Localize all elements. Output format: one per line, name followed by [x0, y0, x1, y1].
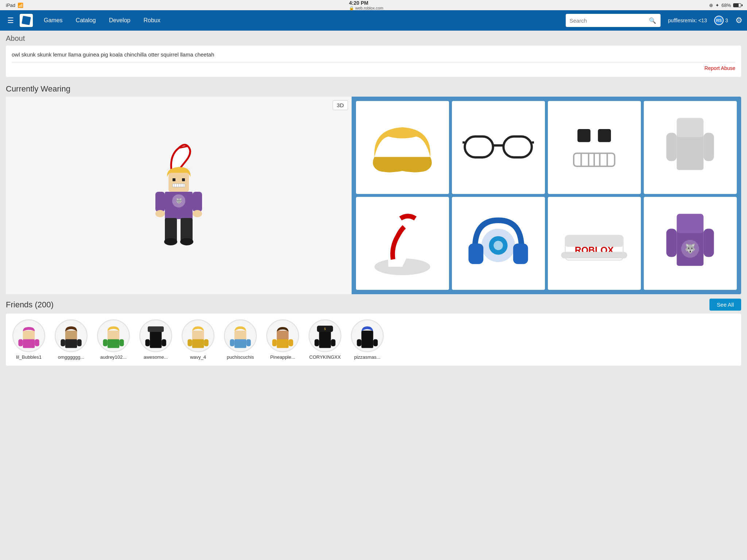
- item-headphones[interactable]: [452, 197, 545, 290]
- svg-rect-89: [272, 339, 276, 346]
- items-grid: ROBLOX 🐺: [356, 101, 737, 290]
- svg-point-17: [193, 210, 202, 217]
- glasses-img: [461, 110, 535, 185]
- svg-rect-51: [704, 229, 714, 257]
- friend-item[interactable]: wavy_4: [178, 319, 218, 360]
- page-content: About owl skunk skunk lemur llama guinea…: [0, 31, 747, 366]
- svg-rect-75: [148, 326, 164, 332]
- friend-item[interactable]: $ CORYKINGXX: [305, 319, 345, 360]
- svg-rect-2: [169, 173, 189, 192]
- item-glasses[interactable]: [452, 101, 545, 194]
- about-section: About owl skunk skunk lemur llama guinea…: [0, 31, 747, 81]
- bluetooth-icon: ✦: [715, 3, 719, 8]
- navbar: ☰ Games Catalog Develop Robux 🔍 pufflesr…: [0, 10, 747, 31]
- friends-title: Friends (200): [6, 300, 54, 310]
- svg-point-20: [164, 238, 177, 245]
- item-blonde-hair[interactable]: [356, 101, 449, 194]
- svg-rect-62: [65, 339, 77, 348]
- svg-rect-15: [193, 192, 202, 212]
- svg-rect-90: [289, 339, 293, 346]
- currently-wearing-title: Currently Wearing: [0, 81, 747, 97]
- svg-rect-93: [319, 339, 331, 348]
- svg-rect-79: [187, 339, 192, 346]
- svg-rect-35: [677, 133, 704, 170]
- roblox-cap-img: ROBLOX: [557, 206, 631, 281]
- friend-name: awesome...: [144, 354, 168, 360]
- airplay-icon: ⊕: [709, 3, 713, 8]
- svg-rect-72: [150, 339, 162, 348]
- svg-rect-57: [23, 339, 35, 348]
- svg-rect-92: [319, 331, 331, 341]
- svg-rect-63: [61, 339, 65, 346]
- svg-rect-83: [235, 339, 246, 348]
- search-container: 🔍: [566, 14, 661, 27]
- svg-text:🐺: 🐺: [685, 243, 696, 254]
- item-candy-cane-hat[interactable]: [356, 197, 449, 290]
- nav-links: Games Catalog Develop Robux: [37, 10, 167, 31]
- hamburger-menu-icon[interactable]: ☰: [4, 13, 17, 28]
- svg-point-21: [180, 238, 193, 245]
- svg-rect-64: [77, 339, 81, 346]
- svg-rect-88: [277, 339, 289, 348]
- svg-rect-50: [666, 229, 677, 257]
- report-abuse-link[interactable]: Report Abuse: [12, 65, 735, 71]
- search-button[interactable]: 🔍: [648, 17, 657, 24]
- svg-rect-66: [108, 331, 119, 341]
- friend-name: audrey102...: [100, 354, 127, 360]
- svg-rect-3: [173, 178, 175, 181]
- svg-rect-28: [598, 129, 611, 142]
- 3d-button[interactable]: 3D: [333, 100, 348, 110]
- svg-rect-27: [577, 129, 591, 142]
- friend-avatar-lil-bubbles: [12, 319, 45, 352]
- friend-item[interactable]: lil_Bubbles1: [9, 319, 49, 360]
- nav-catalog[interactable]: Catalog: [69, 10, 102, 31]
- friend-item[interactable]: audrey102...: [93, 319, 133, 360]
- headphones-img: [461, 206, 535, 281]
- items-grid-bg: ROBLOX 🐺: [352, 97, 741, 294]
- roblox-logo[interactable]: [20, 14, 33, 27]
- item-face[interactable]: [548, 101, 641, 194]
- ipad-label: iPad: [6, 3, 15, 8]
- friend-item[interactable]: Pineapple...: [263, 319, 303, 360]
- svg-rect-101: [357, 339, 361, 346]
- friend-item[interactable]: omgggggg...: [51, 319, 91, 360]
- svg-rect-99: [361, 331, 373, 341]
- svg-rect-82: [235, 331, 246, 341]
- item-husky-shirt[interactable]: 🐺: [644, 197, 737, 290]
- battery-percent: 68%: [721, 3, 731, 8]
- svg-rect-40: [469, 244, 484, 264]
- friends-list-container: lil_Bubbles1 omgggggg...: [6, 314, 741, 366]
- url-display: web.roblox.com: [355, 6, 383, 10]
- avatar-viewer: 3D: [6, 97, 352, 294]
- nav-games[interactable]: Games: [37, 10, 69, 31]
- see-all-button[interactable]: See All: [709, 299, 741, 311]
- nav-develop[interactable]: Develop: [102, 10, 137, 31]
- svg-text:$: $: [324, 327, 326, 331]
- friend-item[interactable]: puchiscuchis: [220, 319, 260, 360]
- friend-name: lil_Bubbles1: [16, 354, 42, 360]
- search-input[interactable]: [569, 18, 648, 24]
- svg-rect-58: [18, 339, 23, 346]
- svg-rect-22: [465, 136, 493, 157]
- svg-rect-74: [162, 339, 166, 346]
- item-roblox-cap[interactable]: ROBLOX: [548, 197, 641, 290]
- svg-rect-14: [155, 192, 165, 212]
- svg-rect-80: [204, 339, 208, 346]
- friend-name: puchiscuchis: [227, 354, 254, 360]
- friend-name: CORYKINGXX: [309, 354, 341, 360]
- settings-icon[interactable]: ⚙: [735, 16, 743, 25]
- svg-rect-37: [704, 133, 714, 161]
- friend-item[interactable]: pizzasmas...: [347, 319, 387, 360]
- friend-item[interactable]: awesome...: [136, 319, 176, 360]
- friend-name: Pineapple...: [270, 354, 295, 360]
- friends-list: lil_Bubbles1 omgggggg...: [9, 319, 738, 360]
- nav-robux[interactable]: Robux: [137, 10, 167, 31]
- candy-hat-img: [365, 206, 440, 281]
- about-text: owl skunk skunk lemur llama guinea pig k…: [12, 51, 735, 62]
- item-body-gray[interactable]: [644, 101, 737, 194]
- svg-rect-52: [677, 214, 704, 233]
- svg-rect-85: [246, 339, 251, 346]
- friend-avatar-cory: $: [309, 319, 341, 352]
- friend-name: wavy_4: [190, 354, 206, 360]
- robux-count: 3: [725, 18, 728, 23]
